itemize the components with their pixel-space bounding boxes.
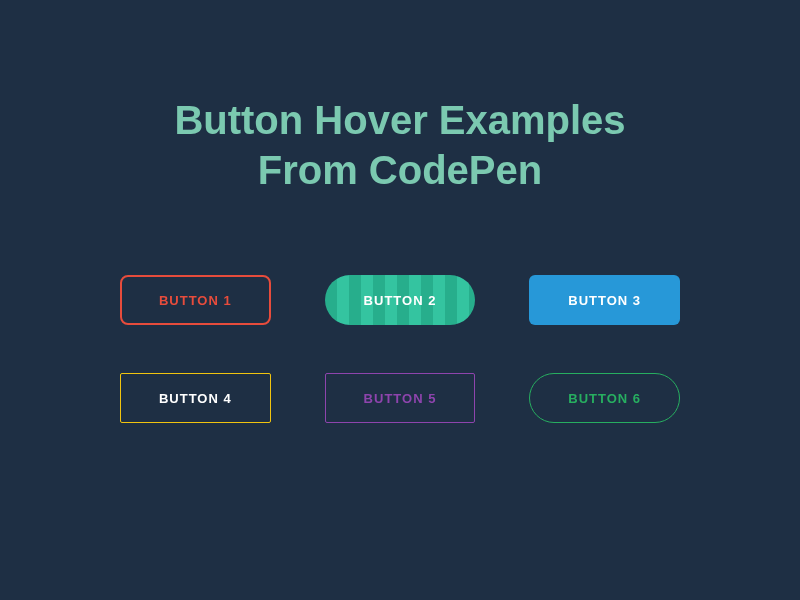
button-5[interactable]: BUTTON 5 — [325, 373, 476, 423]
page-title: Button Hover ExamplesFrom CodePen — [174, 95, 625, 195]
button-2[interactable]: BUTTON 2 — [325, 275, 476, 325]
button-4[interactable]: BUTTON 4 — [120, 373, 271, 423]
button-6[interactable]: BUTTON 6 — [529, 373, 680, 423]
button-1[interactable]: BUTTON 1 — [120, 275, 271, 325]
button-3[interactable]: BUTTON 3 — [529, 275, 680, 325]
button-grid: BUTTON 1 BUTTON 2 BUTTON 3 BUTTON 4 BUTT… — [120, 275, 680, 423]
